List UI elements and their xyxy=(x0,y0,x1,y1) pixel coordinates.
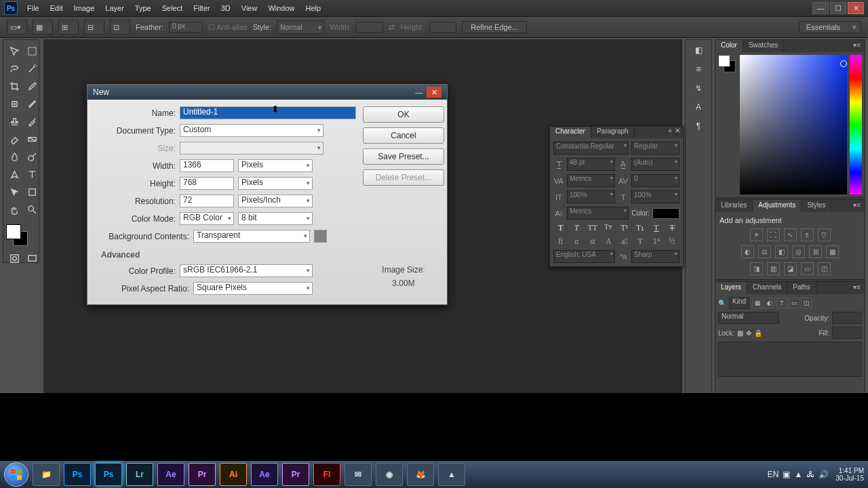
adj-levels[interactable]: ⛶ xyxy=(767,228,780,241)
tab-paths[interactable]: Paths xyxy=(787,282,816,294)
eyedropper-tool[interactable] xyxy=(24,78,40,94)
menu-type[interactable]: Type xyxy=(130,0,157,16)
layer-fill[interactable] xyxy=(832,327,862,339)
new-selection-icon[interactable]: ▦ xyxy=(33,20,53,35)
tray-up-icon[interactable]: ▲ xyxy=(794,470,802,479)
lock-all-icon[interactable]: 🔒 xyxy=(754,329,762,337)
char-color[interactable] xyxy=(652,208,679,219)
menu-window[interactable]: Window xyxy=(262,0,300,16)
filter-shape-icon[interactable]: ▭ xyxy=(789,298,800,308)
marquee-tool[interactable] xyxy=(24,43,40,59)
menu-view[interactable]: View xyxy=(236,0,263,16)
color-swatches[interactable] xyxy=(6,219,40,249)
healing-tool[interactable] xyxy=(6,96,22,112)
tab-channels[interactable]: Channels xyxy=(747,282,787,294)
dialog-minimize[interactable]: — xyxy=(412,87,427,98)
opentype-fi[interactable]: fi xyxy=(555,237,566,247)
adj-gradient-map[interactable]: ▭ xyxy=(801,262,814,275)
path-tool[interactable] xyxy=(6,184,22,200)
tab-layers[interactable]: Layers xyxy=(715,282,747,294)
add-selection-icon[interactable]: ⊞ xyxy=(58,20,79,35)
quickmask-toggle[interactable] xyxy=(6,250,22,266)
subscript-button[interactable]: T₁ xyxy=(635,223,646,233)
height-unit-select[interactable]: Pixels xyxy=(238,177,313,190)
tray-network-icon[interactable]: 🖧 xyxy=(806,470,814,479)
smallcaps-button[interactable]: Tᴛ xyxy=(603,223,614,233)
dodge-tool[interactable] xyxy=(24,148,40,165)
tray-clock-time[interactable]: 1:41 PM xyxy=(835,467,864,474)
blur-tool[interactable] xyxy=(6,148,22,165)
cancel-button[interactable]: Cancel xyxy=(363,127,444,144)
taskbar-app[interactable]: ▲ xyxy=(438,463,465,486)
adj-curves[interactable]: ∿ xyxy=(784,228,797,241)
adj-exposure[interactable]: ± xyxy=(801,228,814,241)
window-maximize[interactable]: ☐ xyxy=(830,2,846,14)
brush-panel-icon[interactable]: ↯ xyxy=(692,82,705,94)
start-button[interactable] xyxy=(4,462,28,487)
color-panel-menu[interactable]: ▾≡ xyxy=(849,40,865,52)
type-panel-icon[interactable]: A xyxy=(692,101,705,113)
tab-adjustments[interactable]: Adjustments xyxy=(753,200,802,212)
ok-button[interactable]: OK xyxy=(363,106,444,123)
adj-panel-menu[interactable]: ▾≡ xyxy=(849,200,865,212)
dialog-close[interactable]: ✕ xyxy=(427,87,441,98)
allcaps-button[interactable]: TT xyxy=(587,223,598,233)
height-input[interactable]: 768 xyxy=(180,177,234,190)
dialog-titlebar[interactable]: New — ✕ xyxy=(87,85,447,100)
hand-tool[interactable] xyxy=(6,201,22,218)
resolution-input[interactable]: 72 xyxy=(180,195,234,207)
pen-tool[interactable] xyxy=(6,166,22,182)
antialias-select[interactable]: Sharp xyxy=(631,250,679,263)
opentype-st[interactable]: st xyxy=(587,237,598,247)
char-close-icon[interactable]: ✕ xyxy=(675,127,680,138)
shape-tool[interactable] xyxy=(24,184,40,200)
colormode-select[interactable]: RGB Color xyxy=(180,212,234,225)
move-tool[interactable] xyxy=(6,43,22,59)
filter-type-icon[interactable]: T xyxy=(776,298,787,308)
tab-libraries[interactable]: Libraries xyxy=(715,200,753,212)
color-field[interactable] xyxy=(740,55,847,195)
taskbar-premiere[interactable]: Pr xyxy=(189,463,216,486)
antialias-checkbox[interactable]: ☐ Anti-alias xyxy=(208,23,248,32)
taskbar-flash[interactable]: Fl xyxy=(313,463,340,486)
taskbar-explorer[interactable]: 📁 xyxy=(33,463,60,486)
underline-button[interactable]: T xyxy=(651,223,662,233)
style-select[interactable]: Normal xyxy=(277,20,324,34)
doctype-select[interactable]: Custom xyxy=(180,124,323,137)
language-select[interactable]: English: USA xyxy=(553,250,615,263)
layers-list[interactable] xyxy=(718,342,862,377)
layer-opacity[interactable] xyxy=(832,312,862,324)
menu-layer[interactable]: Layer xyxy=(100,0,130,16)
tray-lang[interactable]: EN xyxy=(768,470,779,479)
properties-panel-icon[interactable]: ≡ xyxy=(692,63,705,75)
tray-flag-icon[interactable]: ▣ xyxy=(783,470,790,479)
adj-bw[interactable]: ◧ xyxy=(775,245,788,258)
taskbar-photoshop-1[interactable]: Ps xyxy=(64,463,91,486)
wand-tool[interactable] xyxy=(24,60,40,77)
adj-invert[interactable]: ◨ xyxy=(750,262,763,275)
window-close[interactable]: ✕ xyxy=(848,2,864,14)
char-collapse-icon[interactable]: « xyxy=(668,127,672,138)
taskbar-aftereffects-2[interactable]: Ae xyxy=(251,463,278,486)
opentype-T1[interactable]: T xyxy=(635,237,646,247)
menu-3d[interactable]: 3D xyxy=(216,0,236,16)
taskbar-illustrator[interactable]: Ai xyxy=(220,463,247,486)
adj-channel-mixer[interactable]: ⊞ xyxy=(809,245,822,258)
stamp-tool[interactable] xyxy=(6,113,22,129)
width-input[interactable]: 1366 xyxy=(180,159,234,172)
resolution-unit-select[interactable]: Pixels/Inch xyxy=(238,195,313,207)
foreground-color[interactable] xyxy=(6,224,21,239)
filter-smart-icon[interactable]: ◫ xyxy=(801,298,812,308)
layer-filter-kind[interactable]: Kind xyxy=(729,297,749,309)
bgcontents-select[interactable]: Transparent xyxy=(193,230,310,243)
menu-select[interactable]: Select xyxy=(157,0,189,16)
taskbar-mail[interactable]: ✉ xyxy=(344,463,372,486)
adj-hue[interactable]: ◐ xyxy=(741,245,754,258)
taskbar-lightroom[interactable]: Lr xyxy=(126,463,153,486)
lasso-tool[interactable] xyxy=(6,60,22,77)
tracking-select[interactable]: 0 xyxy=(631,174,679,187)
tray-clock-date[interactable]: 30-Jul-15 xyxy=(835,474,864,482)
adj-selective[interactable]: ◫ xyxy=(818,262,831,275)
layers-panel-menu[interactable]: ▾≡ xyxy=(849,282,865,294)
width-unit-select[interactable]: Pixels xyxy=(238,159,313,172)
